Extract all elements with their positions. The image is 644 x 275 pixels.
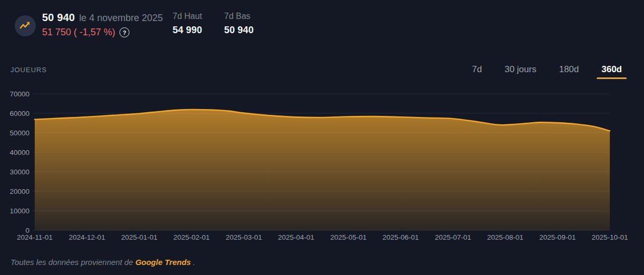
current-date: le 4 novembre 2025 (79, 13, 163, 24)
tab-30-jours[interactable]: 30 jours (501, 64, 539, 79)
trend-logo-icon (15, 15, 36, 36)
x-axis-tick-label: 2025-09-01 (539, 233, 576, 241)
y-axis-tick-label: 40000 (9, 149, 29, 156)
x-axis-tick-label: 2025-06-01 (383, 233, 419, 241)
section-title-joueurs: JOUEURS (11, 66, 47, 74)
help-icon[interactable]: ? (119, 27, 129, 37)
x-axis-tick-label: 2025-02-01 (174, 233, 210, 241)
x-axis-tick-label: 2025-07-01 (435, 233, 471, 241)
trending-up-icon (19, 19, 32, 32)
x-axis-tick-label: 2024-12-01 (69, 233, 105, 241)
tab-360d[interactable]: 360d (598, 64, 625, 79)
stat-7d-high-label: 7d Haut (173, 12, 202, 21)
change-value: 51 750 ( -1,57 %) (42, 27, 115, 38)
players-chart[interactable]: 0100002000030000400005000060000700002024… (0, 87, 644, 245)
active-tab-underline (597, 77, 627, 79)
chart-area-fill (35, 110, 610, 230)
current-players-value: 50 940 (42, 12, 75, 24)
google-trends-link[interactable]: Google Trends (135, 258, 191, 267)
x-axis-tick-label: 2025-10-01 (591, 233, 628, 241)
current-stats: 50 940 le 4 novembre 2025 51 750 ( -1,57… (42, 12, 163, 38)
stat-7d-low: 7d Bas 50 940 (224, 12, 254, 36)
x-axis-tick-label: 2025-05-01 (330, 233, 367, 241)
x-axis-tick-label: 2024-11-01 (17, 233, 53, 241)
stat-7d-low-value: 50 940 (224, 25, 254, 36)
x-axis-tick-label: 2025-08-01 (487, 233, 524, 241)
y-axis-tick-label: 10000 (9, 207, 29, 215)
players-area-chart[interactable]: 0100002000030000400005000060000700002024… (0, 87, 644, 245)
x-axis-tick-label: 2025-01-01 (121, 233, 157, 241)
source-text-before: Toutes les données proviennent de (11, 258, 135, 267)
range-tabs: 7d30 jours180d360d (469, 64, 625, 79)
tab-180d[interactable]: 180d (556, 64, 582, 79)
data-source-note: Toutes les données proviennent de Google… (11, 258, 195, 267)
y-axis-tick-label: 50000 (9, 129, 29, 137)
x-axis-tick-label: 2025-03-01 (226, 233, 262, 241)
source-text-after: . (191, 258, 195, 267)
y-axis-tick-label: 30000 (9, 168, 29, 176)
y-axis-tick-label: 60000 (9, 110, 29, 117)
y-axis-tick-label: 20000 (9, 188, 29, 195)
stat-7d-high-value: 54 990 (173, 25, 202, 36)
stat-7d-high: 7d Haut 54 990 (173, 12, 202, 36)
y-axis-tick-label: 70000 (9, 90, 29, 98)
stat-7d-low-label: 7d Bas (224, 12, 254, 21)
tab-7d[interactable]: 7d (469, 64, 485, 79)
players-stats-panel: 50 940 le 4 novembre 2025 51 750 ( -1,57… (0, 0, 644, 275)
x-axis-tick-label: 2025-04-01 (278, 233, 314, 241)
